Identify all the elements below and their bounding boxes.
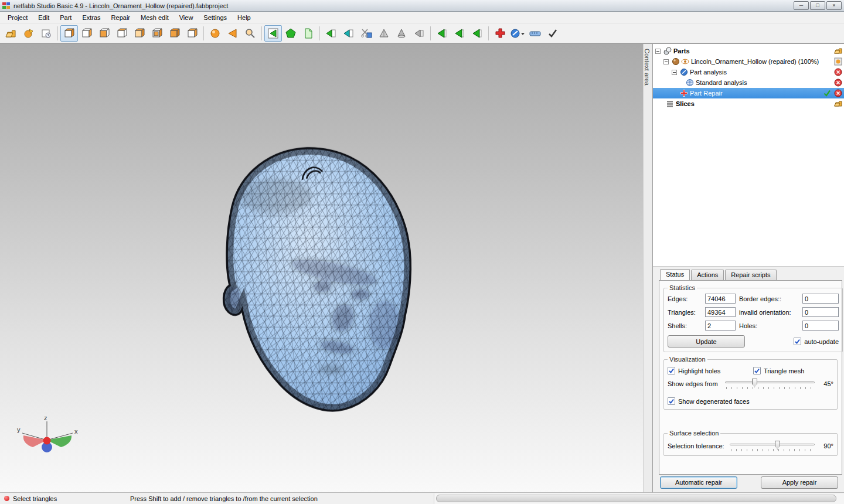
border-edges-input[interactable] — [802, 294, 839, 304]
menu-edit[interactable]: Edit — [33, 13, 55, 22]
update-button[interactable]: Update — [668, 335, 745, 348]
maximize-button[interactable]: □ — [810, 1, 825, 10]
status-hint-text: Press Shift to add / remove triangles to… — [130, 495, 318, 502]
statistics-group: Statistics Edges: Border edges:: Triangl… — [663, 284, 843, 352]
menu-mesh-edit[interactable]: Mesh edit — [135, 13, 174, 22]
checkbox-box[interactable] — [668, 397, 675, 405]
folder-open-icon[interactable] — [834, 100, 842, 108]
3d-model-lincoln-head[interactable] — [0, 44, 643, 492]
scrollbar-thumb[interactable] — [436, 495, 836, 502]
platform-box-icon-3[interactable] — [96, 25, 113, 42]
checkbox-box[interactable] — [753, 367, 761, 374]
platform-box-icon-8[interactable] — [183, 25, 201, 42]
expander-icon[interactable] — [655, 49, 661, 54]
3d-viewport[interactable]: z x y — [0, 44, 643, 492]
project-information-icon[interactable] — [38, 25, 55, 42]
menu-part[interactable]: Part — [55, 13, 77, 22]
tab-status[interactable]: Status — [660, 269, 690, 280]
repair-tools-dropdown-icon[interactable] — [509, 25, 526, 42]
tab-strip: Status Actions Repair scripts — [660, 269, 842, 280]
menu-view[interactable]: View — [174, 13, 199, 22]
select-surface-icon[interactable] — [300, 25, 317, 42]
platform-box-icon-7[interactable] — [166, 25, 183, 42]
slider-thumb[interactable] — [752, 379, 757, 387]
slider-track[interactable] — [730, 444, 815, 445]
slider-track[interactable] — [725, 382, 815, 383]
remove-icon[interactable] — [834, 68, 842, 76]
tree-item-lincoln-part[interactable]: Lincoln_Ornament_Hollow (repaired) (100%… — [653, 56, 844, 67]
tree-label: Part Repair — [690, 90, 723, 97]
platform-box-icon-6[interactable] — [148, 25, 166, 42]
menu-extras[interactable]: Extras — [77, 13, 106, 22]
holes-label: Holes: — [739, 322, 799, 329]
remove-icon[interactable] — [834, 89, 842, 97]
zoom-icon[interactable] — [241, 25, 259, 42]
import-part-icon[interactable] — [20, 25, 38, 42]
platform-box-icon-1[interactable] — [60, 25, 78, 42]
apply-check-icon[interactable] — [544, 25, 561, 42]
menu-settings[interactable]: Settings — [198, 13, 232, 22]
close-button[interactable]: × — [826, 1, 842, 10]
gray-part-arrow-icon[interactable] — [410, 25, 428, 42]
orange-cone-tool-icon[interactable] — [224, 25, 241, 42]
select-shell-icon[interactable] — [282, 25, 300, 42]
selection-tolerance-label: Selection tolerance: — [668, 442, 726, 449]
horizontal-scrollbar[interactable] — [434, 493, 844, 504]
orange-sphere-tool-icon[interactable] — [206, 25, 224, 42]
automatic-repair-button[interactable]: Automatic repair — [660, 476, 737, 489]
show-edges-slider[interactable] — [725, 379, 815, 389]
remove-icon[interactable] — [834, 79, 842, 87]
tree-item-part-repair[interactable]: Part Repair — [653, 88, 844, 98]
menu-project[interactable]: Project — [2, 13, 33, 22]
auto-update-checkbox[interactable]: auto-update — [794, 338, 839, 345]
triangle-mesh-checkbox[interactable]: Triangle mesh — [753, 367, 804, 374]
tree-item-slices[interactable]: Slices — [653, 98, 844, 109]
holes-input[interactable] — [802, 321, 839, 331]
gray-pyramid-tool-icon[interactable] — [375, 25, 393, 42]
apply-repair-button[interactable]: Apply repair — [761, 476, 838, 489]
measure-icon[interactable] — [526, 25, 544, 42]
folder-open-icon[interactable] — [834, 47, 842, 55]
selection-tolerance-slider[interactable] — [730, 441, 815, 451]
edges-input[interactable] — [705, 294, 736, 304]
invalid-orientation-input[interactable] — [802, 307, 839, 317]
part-sphere-icon — [672, 57, 680, 66]
select-triangles-icon[interactable] — [264, 25, 282, 42]
gray-cone-tool-icon[interactable] — [393, 25, 410, 42]
toolbar-separator — [319, 26, 320, 40]
tab-repair-scripts[interactable]: Repair scripts — [725, 270, 776, 281]
axis-x-label: x — [74, 428, 78, 435]
toolbar-separator — [261, 26, 262, 40]
context-area-label: Context area — [644, 49, 651, 86]
platform-box-icon-2[interactable] — [78, 25, 96, 42]
minimize-button[interactable]: ─ — [794, 1, 809, 10]
triangle-tool-icon-1[interactable] — [433, 25, 451, 42]
triangle-tool-icon-3[interactable] — [468, 25, 486, 42]
tree-item-part-analysis[interactable]: Part analysis — [653, 67, 844, 77]
show-degenerated-checkbox[interactable]: Show degenerated faces — [668, 397, 750, 405]
checkbox-box[interactable] — [794, 338, 801, 345]
open-project-icon[interactable] — [2, 25, 20, 42]
shells-input[interactable] — [705, 321, 736, 331]
triangle-tool-icon-2[interactable] — [451, 25, 468, 42]
highlight-holes-checkbox[interactable]: Highlight holes — [668, 367, 753, 374]
tree-item-parts[interactable]: Parts — [653, 46, 844, 56]
checkbox-box[interactable] — [668, 367, 675, 374]
cut-mesh-icon[interactable] — [358, 25, 375, 42]
menu-repair[interactable]: Repair — [106, 13, 135, 22]
platform-box-icon-4[interactable] — [113, 25, 131, 42]
triangles-input[interactable] — [705, 307, 736, 317]
part-color-icon[interactable] — [834, 57, 842, 66]
expander-icon[interactable] — [663, 59, 669, 64]
slider-thumb[interactable] — [775, 441, 780, 449]
teal-part-arrow-icon[interactable] — [340, 25, 358, 42]
platform-box-icon-5[interactable] — [131, 25, 148, 42]
tree-item-standard-analysis[interactable]: Standard analysis — [653, 77, 844, 88]
menu-help[interactable]: Help — [232, 13, 256, 22]
green-part-arrow-icon[interactable] — [322, 25, 340, 42]
visibility-eye-icon[interactable] — [681, 57, 689, 66]
repair-part-icon[interactable] — [491, 25, 509, 42]
expander-icon[interactable] — [672, 70, 677, 75]
tab-actions[interactable]: Actions — [691, 270, 724, 281]
axis-z-label: z — [44, 414, 47, 421]
